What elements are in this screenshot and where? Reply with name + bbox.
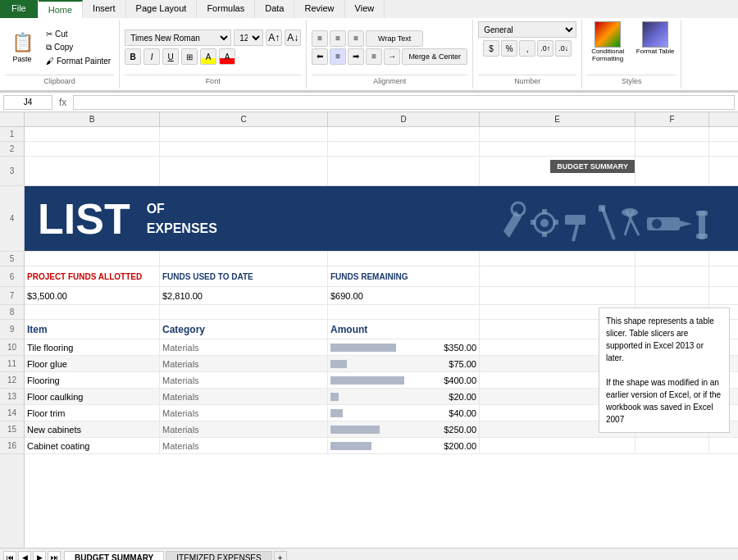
cell-category-5[interactable]: Materials	[160, 421, 328, 437]
paste-button[interactable]: 📋 Paste	[5, 23, 39, 72]
formula-input[interactable]	[73, 95, 735, 110]
cell-c3[interactable]	[160, 157, 328, 185]
underline-button[interactable]: U	[162, 48, 179, 65]
row-15[interactable]: 15	[0, 421, 24, 438]
font-size-select[interactable]: 12	[234, 30, 263, 46]
sheet-nav-prev[interactable]: ◀	[18, 551, 31, 561]
bold-button[interactable]: B	[125, 48, 141, 65]
row-13[interactable]: 13	[0, 389, 24, 405]
sheet-nav-last[interactable]: ⏭	[48, 551, 61, 561]
cell-d7[interactable]: $690.00	[328, 287, 480, 304]
currency-button[interactable]: $	[483, 40, 499, 57]
row-10[interactable]: 10	[0, 339, 24, 356]
cell-item-0[interactable]: Tile flooring	[25, 339, 160, 355]
comma-button[interactable]: ,	[519, 40, 535, 57]
cell-amount-2[interactable]: $400.00	[328, 372, 480, 388]
cell-c5[interactable]	[160, 252, 328, 266]
cell-d9[interactable]: Amount	[328, 320, 480, 339]
col-header-d[interactable]: D	[328, 112, 480, 126]
tab-formulas[interactable]: Formulas	[197, 0, 255, 18]
cell-amount-6[interactable]: $200.00	[328, 438, 480, 453]
cell-e3[interactable]: BUDGET SUMMARY	[480, 157, 636, 185]
format-painter-button[interactable]: 🖌Format Painter	[43, 55, 114, 67]
font-name-select[interactable]: Times New Roman	[125, 30, 231, 46]
cell-b3[interactable]	[25, 157, 160, 185]
cell-d8[interactable]	[328, 305, 480, 319]
cell-category-3[interactable]: Materials	[160, 389, 328, 404]
cell-amount-4[interactable]: $40.00	[328, 405, 480, 421]
cell-e6[interactable]	[480, 266, 636, 286]
cell-b8[interactable]	[25, 305, 160, 319]
cell-b7[interactable]: $3,500.00	[25, 287, 160, 304]
cell-category-1[interactable]: Materials	[160, 356, 328, 371]
cell-e1[interactable]	[480, 127, 636, 141]
row-1[interactable]: 1	[0, 127, 24, 142]
row-14[interactable]: 14	[0, 405, 24, 421]
fill-color-button[interactable]: A	[200, 48, 216, 65]
cell-b2[interactable]	[25, 142, 160, 156]
cell-d2[interactable]	[328, 142, 480, 156]
row-11[interactable]: 11	[0, 356, 24, 372]
cell-c6[interactable]: FUNDS USED TO DATE	[160, 266, 328, 286]
cell-b1[interactable]	[25, 127, 160, 141]
align-right-button[interactable]: ➡	[348, 48, 364, 65]
percent-button[interactable]: %	[501, 40, 517, 57]
number-format-select[interactable]: General	[478, 21, 576, 38]
border-button[interactable]: ⊞	[181, 48, 198, 65]
row-5[interactable]: 5	[0, 252, 24, 266]
cell-f5[interactable]	[636, 252, 709, 266]
cell-c1[interactable]	[160, 127, 328, 141]
cell-amount-3[interactable]: $20.00	[328, 389, 480, 404]
cell-d6[interactable]: FUNDS REMAINING	[328, 266, 480, 286]
align-center-button[interactable]: ≡	[330, 48, 346, 65]
col-header-f[interactable]: F	[636, 112, 709, 126]
cell-item-3[interactable]: Floor caulking	[25, 389, 160, 404]
cell-item-2[interactable]: Flooring	[25, 372, 160, 388]
cell-d5[interactable]	[328, 252, 480, 266]
format-table-button[interactable]: Format Table	[635, 21, 676, 62]
merge-center-button[interactable]: Merge & Center	[402, 48, 467, 65]
cell-b6[interactable]: PROJECT FUNDS ALLOTTED	[25, 266, 160, 286]
cell-c7[interactable]: $2,810.00	[160, 287, 328, 304]
cell-item-6[interactable]: Cabinet coating	[25, 438, 160, 453]
decrease-decimal-button[interactable]: .0↓	[555, 40, 572, 57]
row-4[interactable]: 4	[0, 186, 24, 252]
wrap-text-button[interactable]: Wrap Text	[366, 30, 423, 47]
row-9[interactable]: 9	[0, 320, 24, 339]
cell-category-2[interactable]: Materials	[160, 372, 328, 388]
tab-page-layout[interactable]: Page Layout	[126, 0, 198, 18]
cell-f6[interactable]	[636, 266, 709, 286]
add-sheet-button[interactable]: +	[274, 551, 287, 561]
tab-itemized-expenses[interactable]: ITEMIZED EXPENSES	[166, 551, 271, 561]
sheet-nav-first[interactable]: ⏮	[3, 551, 16, 561]
cell-b5[interactable]	[25, 252, 160, 266]
cell-c8[interactable]	[160, 305, 328, 319]
cell-amount-1[interactable]: $75.00	[328, 356, 480, 371]
cell-item-5[interactable]: New cabinets	[25, 421, 160, 437]
copy-button[interactable]: ⧉Copy	[43, 41, 114, 54]
cell-e7[interactable]	[480, 287, 636, 304]
cell-e5[interactable]	[480, 252, 636, 266]
align-top-right-button[interactable]: ≡	[348, 30, 364, 47]
indent-button[interactable]: →	[384, 48, 400, 65]
cell-reference-input[interactable]	[3, 95, 52, 110]
font-color-button[interactable]: A	[219, 48, 235, 65]
italic-button[interactable]: I	[144, 48, 160, 65]
align-justify-button[interactable]: ≡	[366, 48, 382, 65]
file-tab[interactable]: File	[0, 0, 39, 18]
tab-home[interactable]: Home	[39, 0, 83, 18]
cell-e-6[interactable]	[480, 438, 636, 453]
cell-category-4[interactable]: Materials	[160, 405, 328, 421]
col-header-e[interactable]: E	[480, 112, 636, 126]
row-3[interactable]: 3	[0, 157, 24, 186]
cell-f2[interactable]	[636, 142, 709, 156]
cell-category-0[interactable]: Materials	[160, 339, 328, 355]
tab-budget-summary[interactable]: BUDGET SUMMARY	[64, 551, 164, 561]
row-7[interactable]: 7	[0, 287, 24, 305]
tab-insert[interactable]: Insert	[83, 0, 126, 18]
col-header-c[interactable]: C	[160, 112, 328, 126]
cell-f7[interactable]	[636, 287, 709, 304]
cell-d1[interactable]	[328, 127, 480, 141]
cell-f1[interactable]	[636, 127, 709, 141]
increase-decimal-button[interactable]: .0↑	[537, 40, 554, 57]
